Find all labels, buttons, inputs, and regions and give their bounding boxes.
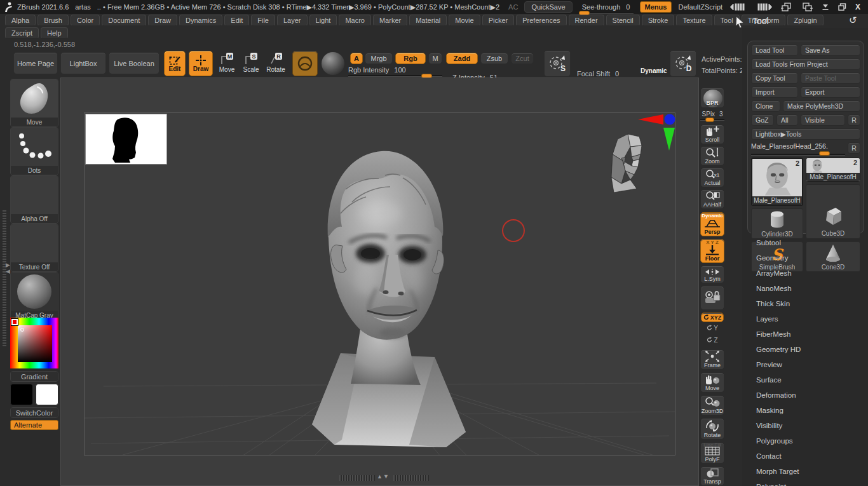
tool-r-button[interactable]: R [848,142,860,154]
load-tool-button[interactable]: Load Tool [751,44,798,56]
tool-reset-icon[interactable]: ↺ [849,15,857,26]
bpr-render-button[interactable]: BPR [700,88,724,108]
left-tray-divider-arrows[interactable]: ▶◀ [6,262,10,274]
menu-item[interactable]: Light [309,15,337,26]
make-polymesh3d-button[interactable]: Make PolyMesh3D [783,100,860,112]
perspective-toggle[interactable]: Dynamic Persp [700,212,724,236]
dock-right-panel-icon[interactable] [801,3,813,11]
spix-slider[interactable]: SPix 3 [700,111,724,118]
menus-button[interactable]: Menus [640,1,672,13]
mode-mrgb-button[interactable]: Mrgb [365,53,393,64]
zadd-button[interactable]: Zadd [446,53,478,64]
menu-item[interactable]: Macro [339,15,371,26]
menu-item[interactable]: Help [41,27,68,39]
aahalf-button[interactable]: AAHalf [700,189,724,209]
switch-color-button[interactable]: SwitchColor [10,407,58,418]
move-camera-button[interactable]: Move [700,372,724,393]
export-button[interactable]: Export [801,86,860,98]
tool-section-header[interactable]: Deformation [747,388,864,403]
menu-item[interactable]: Stencil [606,15,640,26]
menu-item[interactable]: Draw [148,15,177,26]
menu-item[interactable]: Alpha [5,15,36,26]
draw-mode-button[interactable]: Draw [189,51,213,76]
goz-button[interactable]: GoZ [751,114,774,126]
current-material-button[interactable] [322,52,344,75]
mode-m-button[interactable]: M [428,53,442,64]
floor-toggle[interactable]: X Y Z Floor [700,239,724,263]
zsub-button[interactable]: Zsub [480,53,508,64]
lightbox-tools-button[interactable]: Lightbox▶Tools [751,128,860,140]
tool-section-header[interactable]: NanoMesh [747,281,864,296]
tool-section-header[interactable]: Subtool [747,235,864,250]
texture-selector[interactable]: Texture Off [10,224,58,272]
menu-item[interactable]: Brush [37,15,69,26]
document-canvas[interactable]: ▲▼ [60,78,699,486]
rotate-gizmo-button[interactable]: R Rotate [264,52,287,78]
polyframe-button[interactable]: Line Fill PolyF [700,442,724,464]
alternate-button[interactable]: Alternate [10,420,58,430]
transparency-button[interactable]: Transp [700,466,724,486]
stroke-curve-button[interactable]: S [544,50,571,77]
cube3d-tool[interactable]: Cube3D [806,184,860,239]
stroke-selector[interactable]: Dots [10,127,58,175]
tool-section-header[interactable]: Masking [747,403,864,418]
recent-tool-thumbnail[interactable]: 2 Male_PlanesofH [806,158,860,182]
rotate-z-button[interactable]: Z [701,337,724,344]
tool-section-header[interactable]: ArrayMesh [747,266,864,281]
mode-a-button[interactable]: A [350,53,363,64]
menu-item[interactable]: Edit [224,15,249,26]
goz-all-button[interactable]: All [776,114,798,126]
tool-section-header[interactable]: Morph Target [747,464,864,479]
zcut-button[interactable]: Zcut [511,53,534,64]
rotate-camera-button[interactable]: Rotate [700,418,724,440]
clone-button[interactable]: Clone [751,100,780,112]
main-color-swatch[interactable] [10,384,33,405]
menu-item[interactable]: Zplugin [787,15,823,26]
left-tray-scroll-strip[interactable] [3,210,6,346]
mode-rgb-button[interactable]: Rgb [395,53,426,64]
store-camera-button[interactable] [700,286,724,310]
menu-item[interactable]: Dynamics [179,15,222,26]
goz-r-button[interactable]: R [848,114,860,126]
color-picker[interactable] [10,318,58,368]
save-as-button[interactable]: Save As [801,44,860,56]
zoom3d-button[interactable]: Zoom3D [700,395,724,415]
secondary-color-swatch[interactable] [36,384,58,405]
sculpted-head-model[interactable] [245,118,519,455]
tool-section-header[interactable]: Preview [747,357,864,372]
menu-item[interactable]: Layer [277,15,308,26]
left-tray-toggle-icon[interactable] [730,3,747,11]
menu-item[interactable]: Material [409,15,447,26]
menu-item[interactable]: Stroke [642,15,675,26]
tool-section-header[interactable]: Thick Skin [747,296,864,311]
brush-selector[interactable]: Move [10,79,58,127]
menu-item[interactable]: Marker [373,15,407,26]
paste-tool-button[interactable]: Paste Tool [801,72,860,84]
cylinder3d-tool[interactable]: Cylinder3D [751,208,803,239]
tool-section-header[interactable]: Visibility [747,418,864,433]
current-tool-slider[interactable]: Male_PlanesofHead_256. [751,142,845,152]
dock-left-panel-icon[interactable] [781,3,792,11]
restore-window-icon[interactable] [838,3,846,11]
tool-section-header[interactable]: Surface [747,372,864,388]
tool-section-header[interactable]: FiberMesh [747,327,864,342]
menu-item[interactable]: Movie [449,15,480,26]
import-button[interactable]: Import [751,86,798,98]
lightbox-button[interactable]: LightBox [60,52,106,74]
tool-section-header[interactable]: Contact [747,449,864,464]
move-gizmo-button[interactable]: M Move [216,52,238,78]
alpha-selector[interactable]: Alpha Off [10,175,58,224]
gradient-button[interactable]: Gradient [10,371,58,382]
menu-item[interactable]: Texture [676,15,712,26]
frame-mesh-button[interactable]: Frame [700,349,724,370]
goz-visible-button[interactable]: Visible [801,114,845,126]
tool-section-header[interactable]: Geometry HD [747,342,864,357]
scale-gizmo-button[interactable]: S Scale [240,52,262,78]
tool-section-header[interactable]: Polygroups [747,433,864,449]
menu-item[interactable]: Preferences [516,15,566,26]
right-tray-toggle-icon[interactable] [756,3,772,11]
rgb-intensity-slider[interactable]: Rgb Intensity 100 [348,66,442,74]
canvas-scroll-arrows[interactable]: ▲▼ [377,473,390,480]
rotate-xyz-button[interactable]: XYZ [701,313,724,322]
scroll-doc-button[interactable]: Scroll [700,125,724,144]
